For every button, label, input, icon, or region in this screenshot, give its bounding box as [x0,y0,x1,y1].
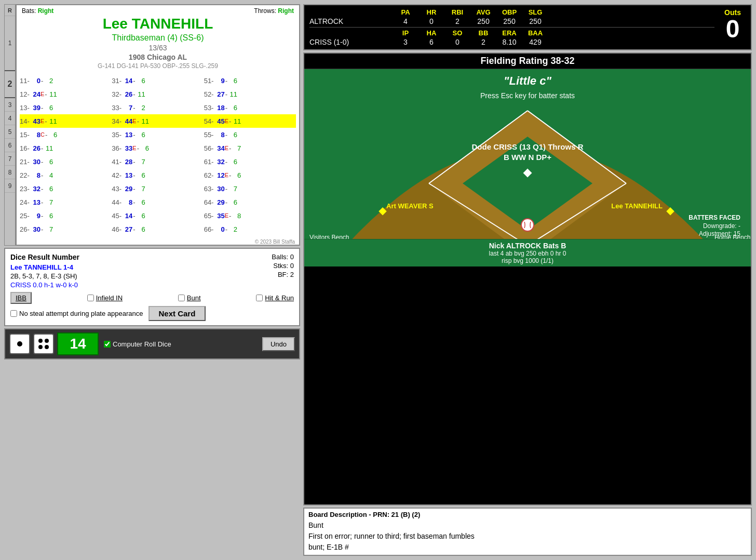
svg-text:B WW N DP+: B WW N DP+ [504,153,551,162]
score-divider [309,27,714,28]
dice-blue: 32 [31,185,40,193]
dice-number-display: 14 [57,332,99,355]
board-desc-text: Bunt First on error; runner to third; fi… [308,520,747,553]
dice-num: 24- [20,198,31,206]
outs-display: 0 [720,17,746,42]
dice-green: 11 [48,90,57,98]
dice-blue: 12 [215,171,225,179]
board-desc-title: Board Description - PRN: 21 (B) (2) [308,511,747,518]
no-steal-checkbox[interactable]: No steal attempt during plate appearance [10,310,143,317]
pitcher-name: CRISS (1-0) [309,38,393,46]
dice-blue: 9 [31,212,40,220]
dice-blue: 30 [31,225,40,233]
dice-green: 7 [136,158,145,166]
dice-green: 7 [44,225,53,233]
svg-text:"Little c": "Little c" [504,74,551,87]
svg-text:Downgrade: -: Downgrade: - [703,222,740,230]
dice-row-7: 22- 8 - 442- 13 - 662- 12E - 6 [20,168,296,182]
dice-sep: - [137,144,139,152]
dice-cell-4-2: 55- 8 - 6 [204,131,296,139]
dice-num: 33- [112,104,123,112]
dice-green: 2 [228,225,237,233]
score-col-slg: SLG [522,8,548,16]
dice-num: 13- [20,104,31,112]
row-label-r: R [5,5,15,16]
dice-green: 8 [232,212,241,220]
dice-sep: - [137,117,139,125]
next-card-button[interactable]: Next Card [148,306,206,321]
dice-sep: - [229,144,231,152]
dice-blue: 39 [31,104,40,112]
player-stats: G-141 DG-141 PA-530 OBP-.255 SLG-.259 [22,62,294,70]
computer-roll-checkbox[interactable] [104,341,111,348]
dice-num: 64- [204,198,215,206]
balls-stks-bf: Balls: 0 Stks: 0 BF: 2 [272,253,294,289]
dice-blue: 29 [123,185,132,193]
dice-cell-2-1: 33- 7 - 2 [112,104,204,112]
player-team: 1908 Chicago AL [22,53,294,61]
svg-text:Art WEAVER S: Art WEAVER S [386,202,434,210]
dice-result-title: Dice Result Number [10,253,79,261]
dice-num: 36- [112,144,123,152]
dice-sep: - [225,77,227,85]
dice-row-6: 21- 30 - 641- 28 - 761- 32 - 6 [20,155,296,168]
die-one [9,334,30,354]
dice-blue: 8 [31,131,40,139]
batter-pa: 4 [393,17,419,25]
hit-run-checkbox[interactable]: Hit & Run [256,294,294,302]
controls-row1: IBB Infield IN Bunt Hit & Run [10,292,294,304]
dice-blue: 30 [31,158,40,166]
dice-num: 35- [112,131,123,139]
dice-green: 11 [228,90,237,98]
infield-in-checkbox[interactable]: Infield IN [87,294,123,302]
dice-blue: 0 [31,77,40,85]
dice-cell-9-1: 44- 8 - 6 [112,198,204,206]
dice-sep: - [229,212,231,220]
dice-row-1: 12- 24E - 1132- 26 - 1152- 27 - 11 [20,87,296,101]
dice-sep: - [225,104,227,112]
dice-blue: 33 [123,144,132,152]
ibb-button[interactable]: IBB [10,292,32,304]
dice-green: 7 [136,185,145,193]
no-steal-input[interactable] [10,310,17,317]
bunt-input[interactable] [178,295,185,301]
controls-row2: No steal attempt during plate appearance… [10,306,294,321]
dice-cell-3-0: 14- 43E - 11 [20,117,112,125]
dice-sep: - [133,171,135,179]
hit-run-input[interactable] [256,295,263,301]
dice-result-section: Dice Result Number Lee TANNEHILL 1-4 2B,… [4,248,300,326]
bats-value: Right [38,7,54,15]
dice-cell-6-2: 61- 32 - 6 [204,158,296,166]
pitcher-so: 0 [444,38,470,46]
batter-avg: 250 [470,17,496,25]
dice-num: 45- [112,212,123,220]
dice-cell-7-2: 62- 12E - 6 [204,171,296,179]
field-svg: "Little c" Press Esc key for batter stat… [304,69,751,266]
batter-risp-field: risp bvg 1000 (1/1) [306,257,749,264]
dice-num: 63- [204,185,215,193]
computer-roll-label[interactable]: Computer Roll Dice [104,340,171,348]
infield-in-input[interactable] [87,295,94,301]
dice-num: 25- [20,212,31,220]
bats-label: Bats: [22,7,36,15]
score-col-rbi: RBI [444,8,470,16]
dice-sep: - [225,185,227,193]
dice-sep: - [41,104,43,112]
dice-err: E [225,172,228,178]
svg-text:BATTERS FACED: BATTERS FACED [688,214,740,221]
bunt-checkbox[interactable]: Bunt [178,294,201,302]
row-num-5: 5 [5,125,15,139]
dice-green: 6 [136,77,145,85]
dice-green: 7 [44,198,53,206]
player-name: Lee TANNEHILL [22,16,294,32]
dice-sep: - [133,158,135,166]
board-description: Board Description - PRN: 21 (B) (2) Bunt… [303,508,752,556]
dice-green: 6 [44,158,53,166]
dice-sep: - [225,131,227,139]
undo-button[interactable]: Undo [262,337,295,351]
dice-sep: - [41,198,43,206]
dice-green: 7 [232,144,241,152]
row-num-3: 3 [5,98,15,112]
batter-hr: 0 [419,17,444,25]
score-col-pa: PA [393,8,419,16]
